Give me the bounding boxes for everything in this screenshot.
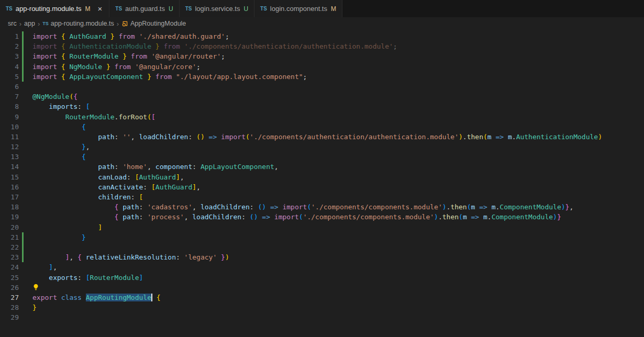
code-line[interactable]: 18 { path: 'cadastros', loadChildren: ()… xyxy=(0,202,644,212)
code-text: } xyxy=(32,302,644,312)
line-number[interactable]: 21 xyxy=(0,232,19,242)
code-token: '@angular/core' xyxy=(135,63,196,71)
code-line[interactable]: 26 xyxy=(0,283,644,293)
editor-tab-auth-guard[interactable]: TS auth.guard.ts U xyxy=(109,0,179,17)
close-icon[interactable]: × xyxy=(97,5,104,13)
gutter xyxy=(19,262,32,272)
line-number[interactable]: 12 xyxy=(0,142,19,152)
line-number[interactable]: 6 xyxy=(0,82,19,92)
code-line[interactable]: 23 ], { relativeLinkResolution: 'legacy'… xyxy=(0,252,644,262)
code-token xyxy=(32,223,98,231)
gutter xyxy=(19,222,32,232)
code-token: loadChildren xyxy=(201,203,250,211)
code-line[interactable]: 29 xyxy=(0,312,644,322)
code-token: import xyxy=(282,203,307,211)
code-token: () xyxy=(258,203,267,211)
code-text: { xyxy=(32,152,644,162)
code-line[interactable]: 1import { AuthGuard } from './shared/aut… xyxy=(0,31,644,41)
code-line[interactable]: 24 ], xyxy=(0,262,644,272)
breadcrumb-item-src[interactable]: src xyxy=(8,20,17,27)
editor-code[interactable]: 1import { AuthGuard } from './shared/aut… xyxy=(0,30,644,337)
code-line[interactable]: 6 xyxy=(0,82,644,92)
code-token xyxy=(32,263,49,271)
code-line[interactable]: 3import { RouterModule } from '@angular/… xyxy=(0,51,644,61)
code-line[interactable]: 19 { path: 'process', loadChildren: () =… xyxy=(0,212,644,222)
line-number[interactable]: 2 xyxy=(0,41,19,51)
line-number[interactable]: 26 xyxy=(0,283,19,293)
line-number[interactable]: 14 xyxy=(0,162,19,172)
code-token: AuthenticationModule xyxy=(516,133,598,141)
code-token: [ xyxy=(135,173,139,181)
line-number[interactable]: 15 xyxy=(0,172,19,182)
code-line[interactable]: 13 { xyxy=(0,152,644,162)
line-number[interactable]: 22 xyxy=(0,242,19,252)
code-token: ; xyxy=(303,73,307,81)
code-line[interactable]: 11 path: '', loadChildren: () => import(… xyxy=(0,132,644,142)
code-line[interactable]: 21 } xyxy=(0,232,644,242)
code-text: { xyxy=(32,122,644,132)
git-gutter-added-marker xyxy=(19,72,32,82)
code-token: ; xyxy=(221,52,225,60)
code-token: } xyxy=(217,253,225,261)
line-number[interactable]: 7 xyxy=(0,92,19,102)
breadcrumb-item-file[interactable]: TS app-routing.module.ts xyxy=(42,20,114,27)
code-token: ( xyxy=(459,213,463,221)
code-line[interactable]: 27export class AppRoutingModule { xyxy=(0,293,644,302)
line-number[interactable]: 19 xyxy=(0,212,19,222)
line-number[interactable]: 9 xyxy=(0,112,19,122)
editor-tab-login-service[interactable]: TS login.service.ts U xyxy=(180,0,254,17)
code-line[interactable]: 5import { AppLayoutComponent } from "./l… xyxy=(0,72,644,82)
gutter xyxy=(19,172,32,182)
code-line[interactable]: 9 RouterModule.forRoot([ xyxy=(0,112,644,122)
code-token: , xyxy=(53,263,57,271)
code-token: , xyxy=(147,163,156,171)
code-line[interactable]: 7@NgModule({ xyxy=(0,92,644,102)
code-line[interactable]: 2import { AuthenticationModule } from '.… xyxy=(0,41,644,51)
gutter xyxy=(19,122,32,132)
code-line[interactable]: 14 path: 'home', component: AppLayoutCom… xyxy=(0,162,644,172)
code-token: } xyxy=(106,32,118,40)
code-token: ) xyxy=(459,133,463,141)
code-line[interactable]: 4import { NgModule } from '@angular/core… xyxy=(0,62,644,72)
line-number[interactable]: 8 xyxy=(0,102,19,111)
editor-tab-app-routing-module[interactable]: TS app-routing.module.ts M × xyxy=(0,0,109,17)
line-number[interactable]: 25 xyxy=(0,273,19,283)
line-number[interactable]: 28 xyxy=(0,302,19,312)
code-text: import { AuthenticationModule } from './… xyxy=(32,41,644,51)
line-number[interactable]: 23 xyxy=(0,252,19,262)
line-number[interactable]: 29 xyxy=(0,312,19,322)
line-number[interactable]: 3 xyxy=(0,51,19,61)
line-number[interactable]: 16 xyxy=(0,182,19,192)
line-number[interactable]: 18 xyxy=(0,202,19,212)
line-number[interactable]: 11 xyxy=(0,132,19,142)
code-line[interactable]: 8 imports: [ xyxy=(0,102,644,111)
line-number[interactable]: 24 xyxy=(0,262,19,272)
line-number[interactable]: 1 xyxy=(0,31,19,41)
code-token: . xyxy=(463,133,467,141)
breadcrumb-item-symbol[interactable]: AppRoutingModule xyxy=(121,20,186,27)
code-line[interactable]: 16 canActivate: [AuthGuard], xyxy=(0,182,644,192)
code-token: . xyxy=(438,213,442,221)
code-line[interactable]: 22 xyxy=(0,242,644,252)
breadcrumb-item-app[interactable]: app xyxy=(24,20,35,27)
line-number[interactable]: 5 xyxy=(0,72,19,82)
line-number[interactable]: 13 xyxy=(0,152,19,162)
code-line[interactable]: 28} xyxy=(0,302,644,312)
line-number[interactable]: 17 xyxy=(0,192,19,202)
code-line[interactable]: 15 canLoad: [AuthGuard], xyxy=(0,172,644,182)
line-number[interactable]: 20 xyxy=(0,222,19,232)
code-line[interactable]: 10 { xyxy=(0,122,644,132)
code-line[interactable]: 25 exports: [RouterModule] xyxy=(0,273,644,283)
quick-fix-lightbulb-icon[interactable] xyxy=(32,283,39,290)
code-line[interactable]: 12 }, xyxy=(0,142,644,152)
line-number[interactable]: 4 xyxy=(0,62,19,72)
code-token xyxy=(32,103,49,110)
code-line[interactable]: 17 children: [ xyxy=(0,192,644,202)
code-line[interactable]: 20 ] xyxy=(0,222,644,232)
code-token: '' xyxy=(123,133,131,141)
code-token xyxy=(479,213,483,221)
editor-tab-login-component[interactable]: TS login.component.ts M xyxy=(254,0,342,17)
code-token: AuthenticationModule xyxy=(69,42,151,50)
line-number[interactable]: 10 xyxy=(0,122,19,132)
line-number[interactable]: 27 xyxy=(0,293,19,302)
